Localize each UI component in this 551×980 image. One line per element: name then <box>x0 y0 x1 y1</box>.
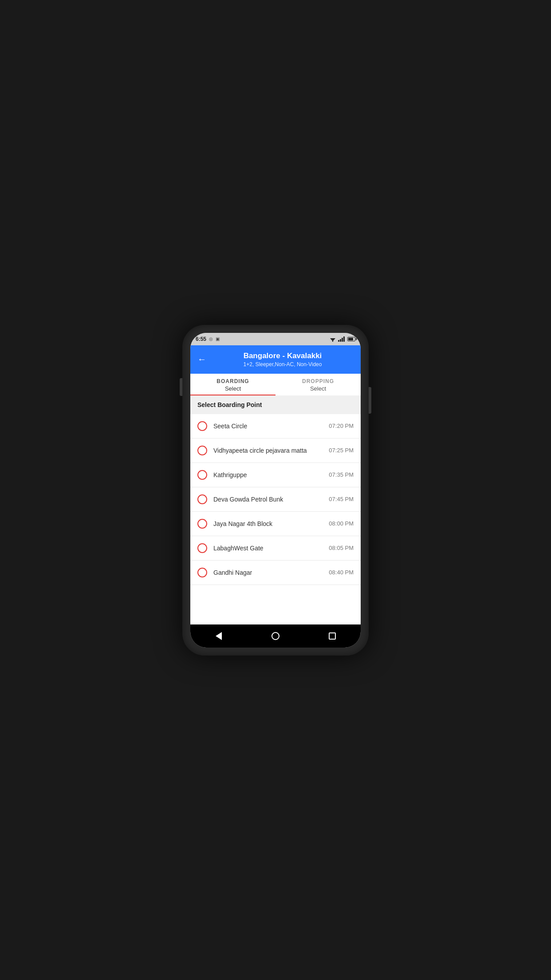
list-item[interactable]: LabaghWest Gate 08:05 PM <box>190 536 361 561</box>
battery-icon <box>347 337 355 341</box>
dropping-tab-label: DROPPING <box>276 378 361 384</box>
list-item[interactable]: Kathriguppe 07:35 PM <box>190 463 361 487</box>
app-screen: 6:55 ◎ ▣ <box>190 333 361 648</box>
radio-button[interactable] <box>197 519 207 529</box>
stop-name: Jaya Nagar 4th Block <box>213 520 329 527</box>
boarding-tab-value: Select <box>190 385 276 392</box>
back-triangle-icon <box>216 632 222 640</box>
tabs-container: BOARDING Select DROPPING Select <box>190 374 361 395</box>
stop-time: 08:00 PM <box>329 520 354 527</box>
dropping-tab-value: Select <box>276 385 361 392</box>
status-right <box>329 336 355 342</box>
back-button[interactable]: ← <box>197 354 206 364</box>
stop-time: 07:25 PM <box>329 447 354 454</box>
wifi-icon <box>329 336 336 342</box>
boarding-tab-label: BOARDING <box>190 378 276 384</box>
phone-frame: 6:55 ◎ ▣ <box>182 325 369 656</box>
app-header: ← Bangalore - Kavalakki 1+2, Sleeper,Non… <box>190 345 361 374</box>
stop-name: Vidhyapeeta circle pejavara matta <box>213 447 329 454</box>
boarding-list: Seeta Circle 07:20 PM Vidhyapeeta circle… <box>190 414 361 624</box>
sim-icon: ▣ <box>216 336 220 341</box>
bus-details: 1+2, Sleeper,Non-AC, Non-Video <box>212 361 354 368</box>
route-title: Bangalore - Kavalakki <box>212 352 354 360</box>
stop-time: 07:20 PM <box>329 423 354 429</box>
stop-time: 07:45 PM <box>329 496 354 502</box>
stop-time: 08:05 PM <box>329 545 354 551</box>
radio-button[interactable] <box>197 568 207 577</box>
list-item[interactable]: Gandhi Nagar 08:40 PM <box>190 561 361 585</box>
radio-button[interactable] <box>197 470 207 480</box>
circle-icon: ◎ <box>209 336 213 341</box>
list-item[interactable]: Seeta Circle 07:20 PM <box>190 414 361 439</box>
stop-name: Deva Gowda Petrol Bunk <box>213 496 329 503</box>
status-time: 6:55 <box>196 336 206 342</box>
section-header: Select Boarding Point <box>190 395 361 414</box>
section-title: Select Boarding Point <box>197 401 262 408</box>
list-item[interactable]: Vidhyapeeta circle pejavara matta 07:25 … <box>190 439 361 463</box>
android-nav-bar <box>190 624 361 648</box>
radio-button[interactable] <box>197 494 207 504</box>
svg-point-1 <box>332 340 333 341</box>
list-item[interactable]: Deva Gowda Petrol Bunk 07:45 PM <box>190 487 361 512</box>
phone-screen: 6:55 ◎ ▣ <box>190 333 361 648</box>
radio-button[interactable] <box>197 421 207 431</box>
stop-time: 08:40 PM <box>329 569 354 576</box>
header-title-area: Bangalore - Kavalakki 1+2, Sleeper,Non-A… <box>212 352 354 368</box>
stop-time: 07:35 PM <box>329 471 354 478</box>
tab-dropping[interactable]: DROPPING Select <box>276 374 361 395</box>
recents-square-icon <box>329 632 336 640</box>
list-item[interactable]: Jaya Nagar 4th Block 08:00 PM <box>190 512 361 536</box>
signal-icon <box>338 336 345 342</box>
nav-home-button[interactable] <box>268 628 283 644</box>
status-left: 6:55 ◎ ▣ <box>196 336 220 342</box>
home-circle-icon <box>272 632 279 640</box>
radio-button[interactable] <box>197 543 207 553</box>
stop-name: Kathriguppe <box>213 471 329 478</box>
radio-button[interactable] <box>197 446 207 455</box>
stop-name: Seeta Circle <box>213 423 329 430</box>
nav-recents-button[interactable] <box>324 628 340 644</box>
stop-name: Gandhi Nagar <box>213 569 329 576</box>
tab-boarding[interactable]: BOARDING Select <box>190 374 276 395</box>
stop-name: LabaghWest Gate <box>213 545 329 552</box>
status-bar: 6:55 ◎ ▣ <box>190 333 361 345</box>
nav-back-button[interactable] <box>211 628 227 644</box>
